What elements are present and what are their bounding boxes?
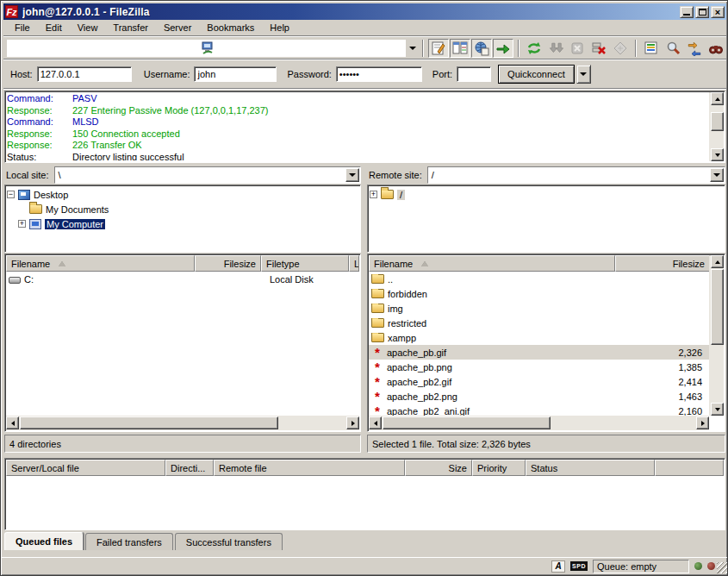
- toolbar-separator: [635, 40, 637, 57]
- local-list-body: C: Local Disk: [6, 272, 359, 416]
- local-file-row[interactable]: C: Local Disk: [6, 272, 359, 286]
- scroll-down-button[interactable]: [711, 148, 724, 161]
- scroll-right-button[interactable]: [346, 416, 359, 429]
- scroll-up-icon: [715, 97, 720, 101]
- remote-file-row[interactable]: xampp: [369, 330, 709, 345]
- filezilla-logo-icon[interactable]: Fz: [5, 5, 18, 18]
- scroll-left-button[interactable]: [6, 416, 19, 429]
- remote-list-body: .. forbidden img restricted xampp *apach…: [369, 272, 709, 416]
- remote-file-row[interactable]: *apache_pb2.png1,463: [369, 389, 709, 404]
- queue-header-status[interactable]: Status: [526, 460, 655, 476]
- tree-item-my-documents[interactable]: My Documents: [7, 202, 360, 216]
- tree-item-root[interactable]: + /: [370, 187, 725, 202]
- scroll-down-button[interactable]: [711, 403, 724, 416]
- scroll-down-icon: [715, 153, 720, 157]
- menu-bookmarks[interactable]: Bookmarks: [199, 21, 262, 34]
- quickconnect-button[interactable]: Quickconnect: [498, 65, 575, 84]
- toggle-queue-button[interactable]: [493, 39, 513, 58]
- reconnect-button[interactable]: [610, 39, 631, 58]
- expand-icon[interactable]: +: [18, 220, 26, 228]
- remote-site-row: Remote site: /: [367, 166, 725, 184]
- site-manager-button[interactable]: [7, 40, 406, 57]
- tab-successful-transfers[interactable]: Successful transfers: [175, 533, 283, 550]
- minimize-button[interactable]: [680, 6, 694, 18]
- remote-hscrollbar-thumb[interactable]: [383, 416, 551, 429]
- quickconnect-dropdown[interactable]: [576, 65, 591, 84]
- remote-file-row[interactable]: ..: [369, 272, 709, 286]
- tree-item-desktop[interactable]: − Desktop: [7, 187, 360, 202]
- disconnect-button[interactable]: [588, 39, 609, 58]
- remote-site-dropdown[interactable]: [710, 168, 724, 182]
- toggle-remote-tree-button[interactable]: [471, 39, 492, 58]
- queue-header-server-local-file[interactable]: Server/Local file: [6, 460, 165, 476]
- menu-help[interactable]: Help: [262, 21, 297, 34]
- local-site-combobox[interactable]: \: [54, 166, 361, 184]
- maximize-button[interactable]: [695, 6, 709, 18]
- menu-edit[interactable]: Edit: [38, 21, 70, 34]
- menu-file[interactable]: File: [7, 21, 38, 34]
- scroll-right-button[interactable]: [696, 416, 709, 429]
- remote-file-row-selected[interactable]: *apache_pb.gif2,326: [369, 345, 709, 360]
- process-queue-button[interactable]: [545, 39, 566, 58]
- compare-button[interactable]: [663, 39, 683, 58]
- close-button[interactable]: ×: [711, 6, 725, 18]
- local-hscrollbar[interactable]: [6, 416, 359, 430]
- menu-server[interactable]: Server: [156, 21, 199, 34]
- remote-site-combobox[interactable]: /: [427, 166, 725, 184]
- refresh-button[interactable]: [524, 39, 544, 58]
- menu-transfer[interactable]: Transfer: [105, 21, 156, 34]
- scroll-up-button[interactable]: [711, 255, 724, 268]
- transfer-type-ascii-icon[interactable]: A: [551, 560, 565, 573]
- local-hscrollbar-thumb[interactable]: [20, 416, 278, 429]
- find-files-button[interactable]: [706, 39, 726, 58]
- remote-header-filename[interactable]: Filename: [369, 255, 615, 272]
- remote-vscrollbar-thumb[interactable]: [711, 269, 724, 345]
- collapse-icon[interactable]: −: [7, 191, 15, 198]
- tree-item-my-computer[interactable]: + My Computer: [7, 216, 360, 231]
- local-header-filename[interactable]: Filename: [6, 255, 195, 272]
- local-header-filesize[interactable]: Filesize: [195, 255, 261, 272]
- remote-file-row[interactable]: img: [369, 301, 709, 316]
- queue-header-priority[interactable]: Priority: [472, 460, 526, 476]
- remote-file-row[interactable]: forbidden: [369, 286, 709, 301]
- port-input[interactable]: [457, 66, 491, 82]
- queue-header-size[interactable]: Size: [405, 460, 472, 476]
- tab-failed-transfers[interactable]: Failed transfers: [85, 533, 173, 550]
- password-input[interactable]: [336, 66, 422, 82]
- remote-file-row[interactable]: *apache_pb2.gif2,414: [369, 374, 709, 389]
- log-scrollbar-thumb[interactable]: [711, 112, 724, 131]
- remote-site-label: Remote site:: [367, 170, 427, 180]
- remote-hscrollbar[interactable]: [369, 416, 709, 430]
- toggle-log-button[interactable]: [428, 39, 449, 58]
- local-header-filetype[interactable]: Filetype: [261, 255, 349, 272]
- log-line: Response:150 Connection accepted: [7, 128, 708, 141]
- scroll-up-button[interactable]: [711, 92, 724, 105]
- queue-list-body: [6, 476, 724, 529]
- queue-header-remote-file[interactable]: Remote file: [214, 460, 405, 476]
- remote-vscrollbar[interactable]: [709, 255, 724, 416]
- local-header-lastmodified[interactable]: L: [349, 255, 359, 272]
- sync-browsing-button[interactable]: [684, 39, 705, 58]
- toggle-local-tree-button[interactable]: [450, 39, 470, 58]
- expand-icon[interactable]: +: [370, 191, 377, 198]
- scroll-left-button[interactable]: [369, 416, 382, 429]
- filter-button[interactable]: [641, 39, 662, 58]
- queue-header-direction[interactable]: Directi...: [165, 460, 214, 476]
- my-computer-icon: [29, 219, 41, 229]
- remote-file-row[interactable]: *apache_pb.png1,385: [369, 360, 709, 374]
- folder-icon: [371, 304, 384, 313]
- host-input[interactable]: [37, 66, 132, 82]
- speed-limits-icon[interactable]: SPD: [570, 561, 588, 571]
- menu-view[interactable]: View: [70, 21, 106, 34]
- close-icon: ×: [715, 8, 720, 16]
- site-manager-dropdown[interactable]: [407, 39, 418, 58]
- local-site-dropdown[interactable]: [345, 168, 359, 182]
- titlebar[interactable]: Fz john@127.0.0.1 - FileZilla ×: [3, 3, 726, 20]
- username-input[interactable]: [194, 66, 277, 82]
- remote-header-filesize[interactable]: Filesize: [615, 255, 710, 272]
- log-scrollbar[interactable]: [709, 92, 724, 161]
- tab-queued-files[interactable]: Queued files: [4, 532, 84, 550]
- cancel-button[interactable]: [567, 39, 588, 58]
- remote-file-row[interactable]: restricted: [369, 316, 709, 330]
- resize-grip[interactable]: [717, 562, 728, 573]
